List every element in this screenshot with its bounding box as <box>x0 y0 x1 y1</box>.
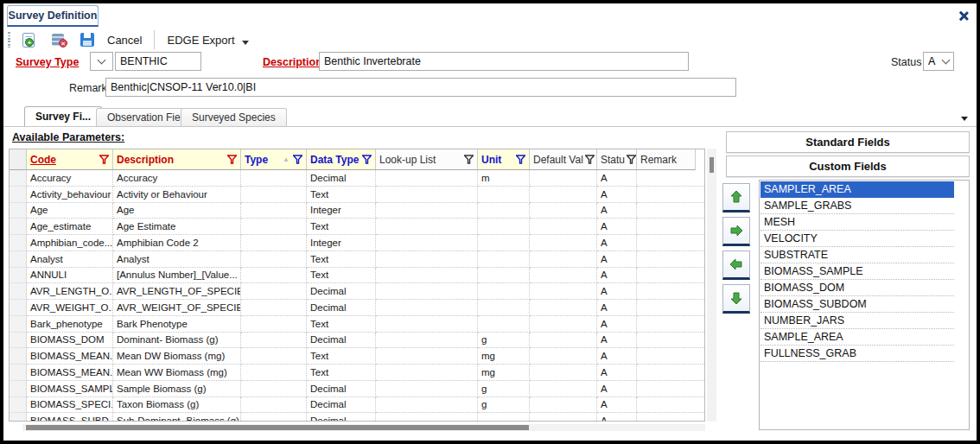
row-selector-cell[interactable] <box>10 187 27 203</box>
cell-description: Age <box>113 203 241 219</box>
filter-funnel-icon[interactable] <box>99 155 109 164</box>
grid-horizontal-scrollbar[interactable] <box>22 424 705 431</box>
row-selector-cell[interactable] <box>10 348 27 365</box>
horizontal-scrollbar-thumb[interactable] <box>26 425 529 430</box>
grid-vertical-scrollbar[interactable] <box>707 149 716 422</box>
table-row[interactable]: AgeAgeIntegerA <box>10 203 704 219</box>
standard-fields-button[interactable]: Standard Fields <box>726 131 970 153</box>
custom-fields-list[interactable]: SAMPLER_AREASAMPLE_GRABSMESHVELOCITYSUBS… <box>759 180 970 430</box>
edge-export-dropdown-icon[interactable] <box>242 41 249 45</box>
column-header-type[interactable]: Type▲ <box>241 149 307 170</box>
move-right-button[interactable] <box>722 217 750 246</box>
table-row[interactable]: AccuracyAccuracyDecimalmA <box>10 170 704 187</box>
list-item[interactable]: SAMPLE_AREA <box>760 329 954 346</box>
toolbar-grip-handle[interactable] <box>8 32 10 48</box>
cell-data-type: Decimal <box>307 300 376 316</box>
tab-survey-definition[interactable]: Survey Definition <box>7 5 99 27</box>
filter-funnel-icon[interactable] <box>227 155 237 164</box>
survey-type-dropdown-button[interactable] <box>90 52 113 71</box>
filter-funnel-icon[interactable] <box>627 155 636 164</box>
cell-remark <box>637 348 704 365</box>
vertical-scrollbar-thumb[interactable] <box>710 157 714 173</box>
cancel-button[interactable]: Cancel <box>107 34 142 47</box>
filter-funnel-icon[interactable] <box>293 155 302 164</box>
survey-type-input[interactable] <box>115 52 201 71</box>
delete-record-button[interactable]: × <box>47 30 69 49</box>
tab-overflow-icon[interactable] <box>961 117 968 121</box>
cell-description: Mean DW Biomass (mg) <box>113 348 241 365</box>
row-selector-cell[interactable] <box>10 333 27 349</box>
column-header-remark[interactable]: Remark <box>637 149 696 170</box>
table-row[interactable]: Activity_behaviourActivity or BehaviourT… <box>10 187 704 203</box>
table-row[interactable]: BIOMASS_MEAN...Mean WW Biomass (mg)Textm… <box>10 365 704 381</box>
column-header-default-val[interactable]: Default Val <box>530 149 597 170</box>
list-item[interactable]: NUMBER_JARS <box>760 313 954 329</box>
row-selector-cell[interactable] <box>10 235 27 251</box>
row-selector-cell[interactable] <box>10 413 27 422</box>
row-selector-cell[interactable] <box>10 300 27 316</box>
remark-input[interactable] <box>105 78 736 97</box>
list-item[interactable]: VELOCITY <box>760 231 954 247</box>
row-selector-cell[interactable] <box>10 316 27 333</box>
row-selector-cell[interactable] <box>10 283 27 300</box>
list-item[interactable]: SUBSTRATE <box>760 247 954 263</box>
cell-code: Accuracy <box>27 170 113 187</box>
list-item[interactable]: SAMPLE_GRABS <box>760 198 954 214</box>
row-selector-cell[interactable] <box>10 268 27 284</box>
list-item[interactable]: BIOMASS_SAMPLE <box>760 263 954 280</box>
edge-export-button[interactable]: EDGE Export <box>167 34 234 47</box>
list-item[interactable]: SAMPLER_AREA <box>760 181 954 198</box>
filter-funnel-icon[interactable] <box>585 155 595 164</box>
filter-funnel-icon[interactable] <box>362 155 372 164</box>
row-selector-cell[interactable] <box>10 251 27 268</box>
table-row[interactable]: Bark_phenotypeBark PhenotypeTextA <box>10 316 704 333</box>
table-row[interactable]: Age_estimateAge EstimateTextA <box>10 219 704 235</box>
filter-funnel-icon[interactable] <box>516 155 525 164</box>
table-row[interactable]: Amphibian_code...Amphibian Code 2Integer… <box>10 235 704 251</box>
list-item[interactable]: MESH <box>760 214 954 231</box>
row-selector-cell[interactable] <box>10 219 27 235</box>
table-row[interactable]: BIOMASS_MEAN...Mean DW Biomass (mg)Textm… <box>10 348 704 365</box>
status-combo[interactable]: A <box>923 52 954 71</box>
column-header-data-type[interactable]: Data Type <box>307 149 376 170</box>
table-row[interactable]: BIOMASS_SPECI...Taxon Biomass (g)Decimal… <box>10 397 704 414</box>
row-selector-cell[interactable] <box>10 203 27 219</box>
tab-surveyed-species[interactable]: Surveyed Species <box>181 108 287 126</box>
tab-survey-fields[interactable]: Survey Fi... <box>24 106 102 126</box>
column-header-description[interactable]: Description <box>113 149 241 170</box>
move-down-button[interactable] <box>722 284 750 314</box>
custom-fields-button[interactable]: Custom Fields <box>726 155 970 177</box>
row-selector-cell[interactable] <box>10 381 27 397</box>
cell-code: AVR_LENGTH_O... <box>27 283 113 300</box>
row-selector-cell[interactable] <box>10 365 27 381</box>
column-header-unit[interactable]: Unit <box>478 149 530 170</box>
arrow-left-icon <box>729 257 743 271</box>
custom-fields-list-items: SAMPLER_AREASAMPLE_GRABSMESHVELOCITYSUBS… <box>760 181 954 428</box>
table-row[interactable]: AnalystAnalystTextA <box>10 251 704 268</box>
list-item[interactable]: BIOMASS_DOM <box>760 280 954 296</box>
survey-type-label: Survey Type <box>16 56 79 68</box>
column-header-code[interactable]: Code <box>27 149 113 170</box>
save-button[interactable] <box>76 30 99 49</box>
list-item[interactable]: BIOMASS_SUBDOM <box>760 296 954 313</box>
table-row[interactable]: BIOMASS_DOMDominant- Biomass (g)Decimalg… <box>10 333 704 349</box>
cell-default-val <box>530 170 597 187</box>
move-left-button[interactable] <box>722 251 750 280</box>
add-record-button[interactable]: + <box>17 30 40 49</box>
column-header-statu[interactable]: Statu <box>597 149 637 170</box>
column-header-look-up-list[interactable]: Look-up List <box>376 149 478 170</box>
close-icon[interactable] <box>958 10 970 22</box>
description-input[interactable] <box>319 52 689 71</box>
list-item[interactable]: FULLNESS_GRAB <box>760 346 954 362</box>
filter-funnel-icon[interactable] <box>464 155 474 164</box>
move-up-button[interactable] <box>722 183 750 212</box>
table-row[interactable]: ANNULI[Annulus Number]_[Value...TextA <box>10 268 704 284</box>
cell-statu: A <box>597 219 637 235</box>
row-selector-cell[interactable] <box>10 170 27 187</box>
table-row[interactable]: BIOMASS_SAMPLESample Biomass (g)Decimalg… <box>10 381 704 397</box>
cell-description: AVR_WEIGHT_OF_SPECIE... <box>113 300 241 316</box>
table-row[interactable]: AVR_WEIGHT_O...AVR_WEIGHT_OF_SPECIE...De… <box>10 300 704 316</box>
table-row[interactable]: BIOMASS_SUBD...Sub-Dominant- Biomass (g)… <box>10 413 704 422</box>
table-row[interactable]: AVR_LENGTH_O...AVR_LENGTH_OF_SPECIE...De… <box>10 283 704 300</box>
row-selector-cell[interactable] <box>10 397 27 414</box>
